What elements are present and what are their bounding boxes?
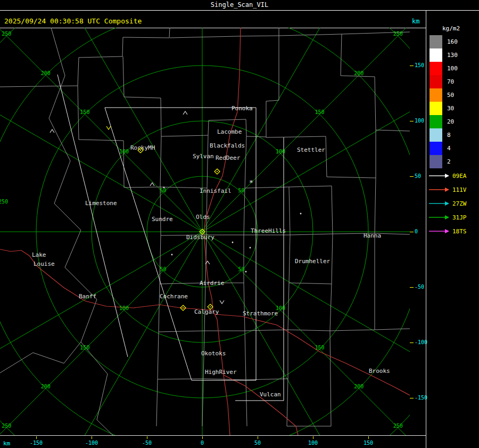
- scale-value-label: 30: [447, 105, 454, 112]
- ring-distance-label: 150: [315, 109, 325, 115]
- county-boundary-line: [266, 136, 376, 178]
- right-axis-tick: [410, 343, 414, 343]
- highway-line: [215, 314, 410, 395]
- scale-value-label: 4: [447, 145, 451, 152]
- vil-unit-label: kg/m2: [442, 25, 460, 32]
- county-boundary-line: [266, 36, 279, 137]
- track-id-label: 18TS: [452, 228, 467, 235]
- scale-color-swatch: [430, 128, 442, 142]
- scale-color-swatch: [430, 35, 442, 48]
- city-label: Sylvan: [193, 153, 214, 160]
- right-axis-tick: [410, 232, 414, 232]
- window-title: Single_Scan_VIL: [211, 1, 268, 9]
- scan-sector-outline: [57, 75, 284, 401]
- azimuth-spoke: [0, 72, 202, 232]
- track-entry: 31JP: [428, 210, 467, 224]
- city-label: Vulcan: [260, 391, 281, 398]
- ring-distance-label: 50: [160, 266, 166, 272]
- vil-color-scale: 16013010070503020842: [430, 35, 458, 168]
- storm-track-legend: 09EA111V27ZW31JP18TS: [428, 169, 467, 238]
- ring-distance-label: 200: [41, 70, 51, 76]
- window-title-bar: Single_Scan_VIL: [0, 0, 479, 11]
- site-dot: [210, 306, 211, 307]
- scale-entry: 70: [430, 75, 458, 88]
- city-label: HighRiver: [205, 369, 237, 376]
- city-label: Cochrane: [160, 293, 188, 300]
- county-boundary-line: [0, 28, 170, 87]
- bottom-axis-tick: [313, 436, 313, 439]
- county-boundary-line: [160, 235, 205, 284]
- county-boundary-line: [245, 330, 288, 331]
- azimuth-spoke: [0, 232, 202, 435]
- scale-color-swatch: [430, 88, 442, 102]
- scale-value-label: 2: [447, 158, 451, 165]
- ring-distance-label: 250: [2, 423, 11, 429]
- ring-distance-label: 250: [2, 31, 11, 37]
- dot-marker: [300, 213, 302, 215]
- caret-up-marker-icon: [183, 111, 187, 115]
- track-id-label: 09EA: [452, 173, 467, 180]
- county-boundary-line: [288, 283, 332, 331]
- city-label: Innisfail: [200, 188, 232, 194]
- right-axis-unit-label: km: [412, 18, 425, 25]
- ring-distance-label: 100: [119, 305, 129, 311]
- site-dot: [202, 231, 203, 232]
- scale-entry: 160: [430, 35, 458, 48]
- ring-distance-label: 50: [238, 266, 245, 272]
- bottom-axis-tick-label: -50: [142, 440, 152, 446]
- scale-color-swatch: [430, 75, 442, 88]
- caret-up-marker-icon: [50, 129, 54, 133]
- scale-entry: 130: [430, 48, 458, 62]
- scale-value-label: 100: [447, 65, 458, 72]
- city-label: Banff: [79, 293, 96, 300]
- right-axis-tick-label: -100: [415, 339, 427, 345]
- city-label: Airdrie: [200, 280, 224, 287]
- bottom-axis-tick-label: 50: [254, 440, 261, 446]
- radar-display[interactable]: 5050505010010010010015015015015020020020…: [0, 28, 410, 435]
- county-boundary-line: [158, 332, 203, 379]
- right-axis-tick: [410, 398, 414, 398]
- scan-timestamp: 2025/09/24 00:30:58 UTC Composite: [4, 17, 142, 25]
- ring-distance-label: 150: [315, 345, 325, 351]
- azimuth-spoke: [43, 232, 202, 435]
- point-markers: *: [50, 111, 301, 304]
- ring-distance-label: 250: [393, 423, 403, 429]
- bottom-axis-tick-label: 100: [308, 440, 318, 446]
- city-label: Louise: [34, 260, 55, 267]
- right-axis-tick-label: 150: [415, 62, 424, 68]
- scale-value-label: 130: [447, 52, 458, 59]
- scale-color-swatch: [430, 48, 442, 62]
- scale-color-swatch: [430, 115, 442, 128]
- right-axis-tick-label: 0: [415, 229, 418, 234]
- ring-distance-label: 50: [160, 188, 166, 193]
- scale-value-label: 8: [447, 132, 451, 139]
- county-boundary-line: [330, 233, 375, 331]
- city-label: Blackfalds: [210, 142, 245, 149]
- site-dot: [183, 307, 184, 308]
- track-arrow-head: [445, 229, 449, 233]
- site-dot: [217, 171, 218, 172]
- scale-entry: 30: [430, 102, 458, 115]
- county-boundary-line: [78, 86, 160, 188]
- city-label: RedDeer: [216, 154, 241, 161]
- city-labels: PonokaLacombeBlackfaldsSylvanRedDeerRock…: [32, 105, 390, 398]
- bottom-axis-tick-label: 0: [201, 440, 204, 446]
- track-arrow-icon: [428, 186, 450, 193]
- city-label: Stettler: [297, 146, 325, 153]
- asterisk-marker-icon: *: [249, 178, 253, 186]
- dot-marker: [163, 187, 165, 189]
- scale-value-label: 160: [447, 38, 458, 45]
- azimuth-spoke: [43, 28, 202, 232]
- right-axis-tick: [410, 66, 414, 66]
- track-arrow-head: [445, 188, 449, 192]
- ring-distance-label: 250: [0, 199, 8, 205]
- scale-entry: 2: [430, 155, 458, 168]
- highway-line: [0, 249, 212, 310]
- track-arrow-icon: [428, 228, 450, 234]
- county-boundary-line: [0, 342, 81, 373]
- city-label: Sundre: [152, 216, 173, 223]
- track-entry: 18TS: [428, 224, 467, 238]
- right-axis-tick-label: 50: [415, 173, 421, 179]
- right-axis-tick: [410, 121, 414, 121]
- scale-value-label: 70: [447, 78, 454, 85]
